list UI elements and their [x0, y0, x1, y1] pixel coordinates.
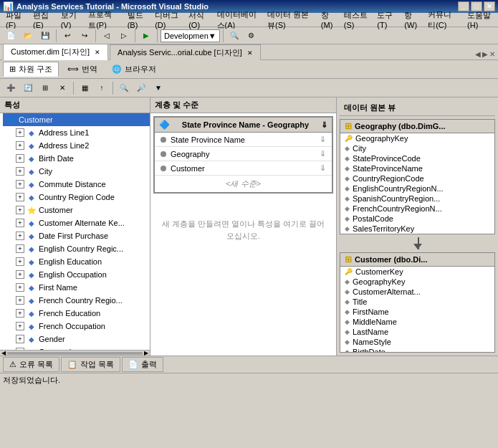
dim-grid-btn[interactable]: ⊞	[37, 81, 53, 95]
level-chevron-customer[interactable]: ⇓	[320, 163, 326, 173]
hierarchy-level-geography[interactable]: Geography ⇓	[155, 147, 332, 161]
config-dropdown[interactable]: Developmen ▼	[161, 29, 220, 42]
level-chevron-state[interactable]: ⇓	[320, 135, 326, 144]
tab-close-btn2[interactable]: ✕	[247, 49, 253, 57]
tree-item-frenchcountry[interactable]: + ◆ French Country Regio...	[14, 294, 150, 307]
tree-item-countrycode[interactable]: + ◆ Country Region Code	[14, 191, 150, 204]
up-btn[interactable]: ↑	[94, 81, 110, 95]
expand-birthdate[interactable]: +	[16, 154, 24, 163]
customer-field-key: 🔑 CustomerKey	[340, 267, 494, 277]
customer-table-header: ⊞ Customer (dbo.Di...	[340, 253, 494, 267]
tree-item-commute[interactable]: + ◆ Commute Distance	[14, 178, 150, 191]
tab-scroll-left[interactable]: ◀	[475, 50, 481, 58]
expand-countrycode[interactable]: +	[16, 193, 24, 201]
tree-item-customer-root[interactable]: 👤 Customer	[3, 113, 150, 126]
expand-frenchoccupation[interactable]: +	[16, 322, 24, 330]
expand-customeralt[interactable]: +	[16, 219, 24, 227]
tree-item-firstname[interactable]: + ◆ First Name	[14, 281, 150, 294]
search-dim-btn[interactable]: 🔎	[133, 81, 149, 95]
tab-close-all[interactable]: ✕	[489, 50, 495, 58]
customer-field-firstname: ◆ FirstName	[340, 307, 494, 317]
expand-engoccupation[interactable]: +	[16, 270, 24, 279]
undo-btn[interactable]: ↩	[59, 29, 75, 43]
expand-address2[interactable]: +	[16, 141, 24, 150]
menu-view[interactable]: 보기(V)	[57, 9, 85, 31]
expand-city[interactable]: +	[16, 167, 24, 176]
expand-address1[interactable]: +	[16, 128, 24, 137]
field-icon-title: ◆	[345, 298, 350, 305]
bottom-tab-errors[interactable]: ⚠ 오류 목록	[3, 357, 59, 372]
menu-help[interactable]: 도움말(H)	[463, 9, 497, 31]
menu-format[interactable]: 서식(O)	[184, 9, 212, 31]
refresh-btn[interactable]: 🔄	[20, 81, 36, 95]
hierarchy-header: 계층 및 수준	[150, 97, 336, 113]
expand-datefirst[interactable]: +	[16, 232, 24, 240]
hierarchy-level-customer[interactable]: Customer ⇓	[155, 161, 332, 176]
more-btn[interactable]: ▼	[150, 81, 166, 95]
tree-item-customer-attr[interactable]: + ⭐ Customer	[14, 204, 150, 216]
main-content: 특성 👤 Customer + ◆ Address Line1 + ◆ Addr…	[0, 97, 498, 356]
redo-btn[interactable]: ↪	[77, 29, 92, 43]
level-chevron-geography[interactable]: ⇓	[320, 149, 326, 158]
menu-edit[interactable]: 편집(E)	[29, 9, 57, 31]
menu-file[interactable]: 파일(F)	[1, 9, 29, 31]
hierarchy-title: State Province Name - Geography	[182, 120, 309, 129]
sub-tab-dimension[interactable]: ⊞ 차원 구조	[3, 62, 59, 77]
open-btn[interactable]: 📂	[20, 29, 36, 43]
tree-item-frenchoccupation[interactable]: + ◆ French Occupation	[14, 320, 150, 333]
zoom-btn[interactable]: 🔍	[116, 81, 132, 95]
expand-gender[interactable]: +	[16, 335, 24, 343]
delete-btn[interactable]: ✕	[54, 81, 70, 95]
tab-close-btn[interactable]: ✕	[95, 49, 100, 56]
menu-datasource[interactable]: 데이터 원본 뷰(S)	[263, 8, 317, 32]
tree-item-frencheducation[interactable]: + ◆ French Education	[14, 307, 150, 320]
menu-debug[interactable]: 디버그(D)	[150, 9, 184, 31]
table-btn[interactable]: ▦	[77, 81, 92, 95]
options-btn[interactable]: ⚙	[244, 29, 259, 43]
forward-btn[interactable]: ▷	[116, 29, 132, 43]
expand-commute[interactable]: +	[16, 180, 24, 189]
tree-item-engoccupation[interactable]: + ◆ English Occupation	[14, 268, 150, 281]
add-btn[interactable]: ➕	[3, 81, 19, 95]
sub-tab-browser[interactable]: 🌐 브라우저	[106, 62, 162, 76]
bottom-tab-tasks[interactable]: 📋 작업 목록	[61, 357, 120, 372]
expand-frenchcountry[interactable]: +	[16, 296, 24, 305]
new-btn[interactable]: 📄	[3, 29, 19, 43]
tree-item-customeralt[interactable]: + ◆ Customer Alternate Ke...	[14, 216, 150, 229]
tab-cube[interactable]: Analysis Servic...orial.cube [디자인] ✕	[110, 44, 261, 60]
menu-build[interactable]: 빌드(B)	[123, 9, 151, 31]
hscroll-left[interactable]: ◀	[1, 350, 6, 356]
expand-engeducation[interactable]: +	[16, 257, 24, 266]
play-btn[interactable]: ▶	[138, 29, 154, 43]
tree-item-engeducation[interactable]: + ◆ English Education	[14, 255, 150, 268]
menu-community[interactable]: 커뮤니티(C)	[423, 8, 463, 32]
search-btn[interactable]: 🔍	[226, 29, 242, 43]
tree-item-address1[interactable]: + ◆ Address Line1	[14, 126, 150, 139]
menu-test[interactable]: 테스트(S)	[340, 9, 373, 31]
menu-tools[interactable]: 도구(T)	[373, 9, 400, 31]
menu-hang[interactable]: 항(W)	[400, 9, 423, 31]
hierarchy-level-state[interactable]: State Province Name ⇓	[155, 133, 332, 147]
new-level-btn[interactable]: <새 수준>	[155, 176, 332, 192]
tab-scroll-right[interactable]: ▶	[482, 50, 488, 58]
save-btn[interactable]: 💾	[37, 29, 53, 43]
tree-item-gender[interactable]: + ◆ Gender	[14, 333, 150, 345]
bottom-tab-output[interactable]: 📄 출력	[122, 357, 163, 372]
tree-item-city[interactable]: + ◆ City	[14, 165, 150, 178]
hscroll-right[interactable]: ▶	[144, 350, 148, 356]
expand-customer[interactable]: +	[16, 206, 24, 214]
tree-item-engcountry[interactable]: + ◆ English Country Regic...	[14, 242, 150, 255]
expand-frencheducation[interactable]: +	[16, 309, 24, 318]
tree-item-address2[interactable]: + ◆ Address Line2	[14, 139, 150, 152]
expand-engcountry[interactable]: +	[16, 244, 24, 253]
hierarchy-chevron[interactable]: ⇓	[321, 120, 327, 130]
menu-window[interactable]: 창(M)	[317, 9, 340, 31]
field-icon-middlename: ◆	[345, 318, 350, 325]
field-icon-city: ◆	[345, 145, 350, 152]
sub-tab-translation[interactable]: ⟺ 번역	[62, 62, 103, 76]
tree-item-birthdate[interactable]: + ◆ Birth Date	[14, 152, 150, 165]
tree-item-datefirst[interactable]: + ◆ Date First Purchase	[14, 229, 150, 242]
expand-firstname[interactable]: +	[16, 283, 24, 292]
back-btn[interactable]: ◁	[99, 29, 115, 43]
tab-customer-dim[interactable]: Customer.dim [디자인] ✕	[3, 44, 108, 60]
